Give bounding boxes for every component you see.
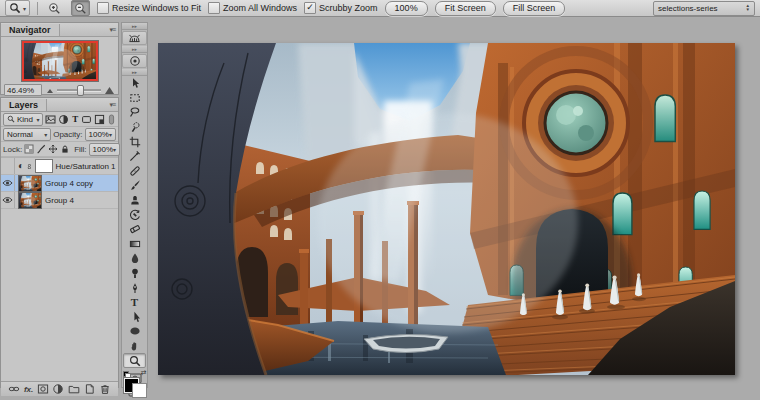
layers-tab[interactable]: Layers <box>1 99 47 111</box>
slider-thumb[interactable] <box>77 85 84 96</box>
layer-effects-icon[interactable]: fx. <box>24 385 33 394</box>
move-tool[interactable] <box>123 76 146 91</box>
visibility-toggle[interactable] <box>1 192 15 208</box>
filter-smart-object-icon[interactable] <box>94 113 105 125</box>
quick-selection-tool[interactable] <box>123 120 146 135</box>
search-icon <box>7 115 15 123</box>
lasso-tool[interactable] <box>123 105 146 120</box>
fill-dropdown[interactable]: 100% ▾ <box>89 143 120 156</box>
hand-tool[interactable] <box>123 339 146 354</box>
swap-colors-icon[interactable]: ⇄ <box>141 369 147 377</box>
lock-all-icon[interactable] <box>60 143 70 155</box>
panel-menu-icon[interactable]: ▾≡ <box>109 26 115 34</box>
eraser-tool[interactable] <box>123 222 146 237</box>
dodge-tool[interactable] <box>123 266 146 281</box>
zoom-in-button[interactable] <box>45 0 64 16</box>
eye-icon <box>2 196 13 204</box>
blend-mode-dropdown[interactable]: Normal ▾ <box>3 128 51 141</box>
layer-row-adjustment[interactable]: ◐ 8 Hue/Saturation 1 <box>1 158 118 175</box>
blur-tool[interactable] <box>123 251 146 266</box>
layer-name[interactable]: Hue/Saturation 1 <box>56 162 116 171</box>
marquee-tool[interactable] <box>123 91 146 106</box>
scrubby-zoom-checkbox[interactable]: ✓ Scrubby Zoom <box>304 2 378 14</box>
zoom-in-mountain-icon[interactable] <box>104 85 115 95</box>
layers-panel: Layers ▾≡ Kind ▾ T <box>0 97 119 388</box>
link-layers-icon[interactable] <box>8 383 20 395</box>
clone-source-panel-button[interactable] <box>122 54 147 68</box>
healing-brush-tool[interactable] <box>123 164 146 179</box>
zoom-out-mountain-icon[interactable] <box>46 86 54 94</box>
zoom-all-windows-checkbox[interactable]: ✓ Zoom All Windows <box>208 2 297 14</box>
filter-toggle-icon[interactable] <box>107 113 116 125</box>
checkbox-label: Zoom All Windows <box>223 3 297 13</box>
lock-transparency-icon[interactable] <box>24 143 34 155</box>
brush-tool[interactable] <box>123 178 146 193</box>
layers-empty-area <box>1 209 118 381</box>
gradient-tool[interactable] <box>123 237 146 252</box>
new-adjustment-layer-icon[interactable] <box>52 383 64 395</box>
mask-link-icon[interactable]: 8 <box>27 162 31 171</box>
filter-type-icon[interactable]: T <box>71 113 79 125</box>
slider-track[interactable] <box>57 89 101 92</box>
chevron-down-icon: ▾ <box>109 131 112 138</box>
lock-pixels-icon[interactable] <box>36 143 46 155</box>
dock-grip[interactable]: ▸▸ <box>122 46 147 53</box>
clone-stamp-tool[interactable] <box>123 193 146 208</box>
navigator-tab[interactable]: Navigator <box>1 24 60 36</box>
layer-name[interactable]: Group 4 copy <box>45 179 93 188</box>
zoom-out-button[interactable] <box>71 0 90 16</box>
pen-tool[interactable] <box>123 280 146 295</box>
filter-pixel-icon[interactable] <box>45 113 56 125</box>
background-color-swatch[interactable] <box>132 383 147 398</box>
layers-blend-row: Normal ▾ Opacity: 100% ▾ <box>1 127 118 142</box>
layer-thumbnail[interactable] <box>18 175 42 192</box>
add-layer-mask-icon[interactable] <box>37 383 49 395</box>
navigator-proxy-view-box[interactable] <box>22 41 98 81</box>
mini-bridge-panel-button[interactable] <box>122 31 147 45</box>
dock-grip[interactable]: ▸▸ <box>122 23 147 30</box>
lock-position-icon[interactable] <box>48 143 58 155</box>
visibility-toggle[interactable] <box>1 175 15 191</box>
layer-name[interactable]: Group 4 <box>45 196 74 205</box>
opacity-dropdown[interactable]: 100% ▾ <box>85 128 116 141</box>
crop-tool[interactable] <box>123 134 146 149</box>
tool-preset-picker[interactable]: ▾ <box>5 0 30 16</box>
fit-screen-button[interactable]: Fit Screen <box>435 1 496 16</box>
zoom-out-icon <box>74 2 87 15</box>
workspace-switcher[interactable]: selections-series ▲▼ <box>653 1 755 16</box>
toolbar-grip[interactable]: ▸▸ <box>122 69 147 76</box>
navigator-zoom-field[interactable]: 46.49% <box>4 84 42 96</box>
panel-menu-icon[interactable]: ▾≡ <box>109 101 115 109</box>
navigator-thumbnail[interactable] <box>21 40 99 82</box>
navigator-zoom-slider[interactable] <box>46 85 115 95</box>
new-layer-icon[interactable] <box>83 383 95 395</box>
layer-mask-thumbnail[interactable] <box>35 159 53 173</box>
ellipse-tool[interactable] <box>123 324 146 339</box>
chevron-down-icon: ▾ <box>23 5 26 12</box>
type-tool[interactable]: T <box>123 295 146 310</box>
eyedropper-tool[interactable] <box>123 149 146 164</box>
delete-layer-icon[interactable] <box>99 383 111 395</box>
fill-screen-button[interactable]: Fill Screen <box>503 1 566 16</box>
path-selection-tool[interactable] <box>123 310 146 325</box>
actual-pixels-button[interactable]: 100% <box>385 1 428 16</box>
zoom-in-icon <box>48 2 61 15</box>
filter-kind-dropdown[interactable]: Kind ▾ <box>3 113 43 126</box>
filter-kind-label: Kind <box>17 115 33 124</box>
new-group-icon[interactable] <box>68 383 80 395</box>
layer-row-group4[interactable]: Group 4 <box>1 192 118 209</box>
lock-label: Lock: <box>3 145 22 154</box>
history-brush-tool[interactable] <box>123 207 146 222</box>
mini-bridge-icon <box>128 32 141 44</box>
chevron-down-icon: ▾ <box>44 131 47 138</box>
layer-thumbnail[interactable] <box>18 192 42 209</box>
filter-shape-icon[interactable] <box>81 113 92 125</box>
canvas[interactable] <box>158 43 735 375</box>
zoom-tool[interactable] <box>123 353 146 368</box>
default-colors-icon[interactable] <box>123 371 130 378</box>
filter-adjustment-icon[interactable] <box>58 113 69 125</box>
layer-row-group4-copy[interactable]: Group 4 copy <box>1 175 118 192</box>
blend-mode-value: Normal <box>7 130 33 139</box>
resize-windows-checkbox[interactable]: ✓ Resize Windows to Fit <box>97 2 201 14</box>
visibility-toggle[interactable] <box>1 158 15 174</box>
